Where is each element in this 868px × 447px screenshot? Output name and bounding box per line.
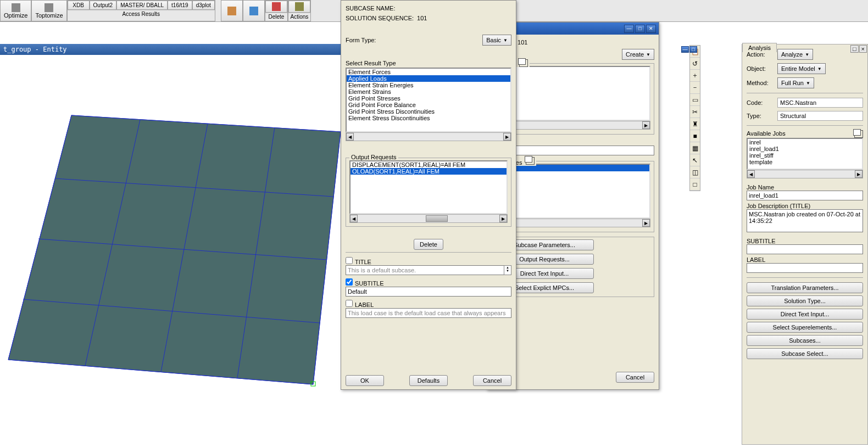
subcases-listbox[interactable] (495, 66, 650, 121)
subcase-select-button[interactable]: Subcase Select... (747, 348, 863, 359)
cancel-button[interactable]: Cancel (473, 375, 511, 386)
form-type-select[interactable]: Basic (482, 35, 511, 46)
fit-icon[interactable]: ▭ (690, 94, 700, 106)
action-select[interactable]: Analyze (777, 49, 813, 60)
box-icon[interactable]: □ (690, 178, 700, 191)
list-item[interactable]: Element Forces (347, 69, 510, 75)
list-item[interactable]: Grid Point Stresses (347, 95, 510, 102)
title-input (346, 265, 511, 275)
cursor-icon[interactable]: ↖ (690, 154, 700, 166)
output-requests-fieldset: Output Requests DISPLACEMENT(SORT1,REAL)… (346, 158, 511, 227)
inner-minimize-icon[interactable]: — (681, 46, 689, 53)
analysis-panel: Analysis Action:Analyze Object:Entire Mo… (742, 44, 868, 445)
select-result-type-label: Select Result Type (346, 60, 511, 66)
label-checkbox-label[interactable]: LABEL (346, 301, 374, 308)
list-item[interactable]: inrel (748, 139, 862, 146)
viewport-title: t_group - Entity (0, 44, 341, 55)
analysis-direct-text-button[interactable]: Direct Text Input... (747, 309, 863, 320)
copy-icon[interactable] (519, 59, 528, 67)
zoom-in-icon[interactable]: ＋ (690, 70, 700, 82)
method-label: Method: (747, 80, 774, 86)
measure-icon[interactable]: ◫ (690, 166, 700, 178)
available-jobs-listbox[interactable]: inrelinrel_load1inrel_stifftemplate (747, 138, 863, 170)
tool-icon-1[interactable] (221, 0, 243, 21)
mesh-display[interactable] (0, 55, 341, 428)
subtitle-checkbox[interactable] (346, 278, 353, 286)
zoom-out-icon[interactable]: － (690, 82, 700, 94)
output-hscroll[interactable]: ◀▶ (349, 214, 508, 223)
subtitle-checkbox-label[interactable]: SUBTITLE (346, 280, 384, 287)
jobs-copy-icon[interactable] (854, 130, 863, 138)
list-item[interactable]: Element Strains (347, 88, 510, 95)
seq-value: 101 (518, 39, 527, 46)
analysis-subtitle-input[interactable] (747, 244, 863, 254)
shade-icon[interactable]: ■ (690, 130, 700, 142)
maximize-icon[interactable]: □ (635, 25, 645, 33)
list-item[interactable]: Grid Point Force Balance (347, 102, 510, 108)
load-cases-listbox[interactable] (495, 164, 650, 219)
ok-button[interactable]: OK (346, 375, 384, 386)
rotate-icon[interactable]: ↺ (690, 58, 700, 70)
job-desc-label: Job Description (TITLE) (747, 203, 863, 209)
panel-close-icon[interactable]: × (859, 45, 867, 53)
copy-icon-2[interactable] (526, 157, 535, 165)
select-superelements-button[interactable]: Select Superelements... (747, 322, 863, 333)
tree-icon[interactable]: ♜ (690, 118, 700, 130)
analysis-label-label: LABEL (747, 256, 863, 263)
delete-output-button[interactable]: Delete (414, 239, 443, 250)
list-item[interactable]: Grid Point Stress Discontinuities (347, 108, 510, 115)
output2-button[interactable]: Output2 (90, 1, 117, 10)
list-item[interactable]: template (748, 159, 862, 165)
tool-icon-2[interactable] (243, 0, 265, 21)
inner-maximize-icon[interactable]: □ (689, 46, 697, 53)
delete-icon-button[interactable] (265, 1, 287, 13)
toptomize-button[interactable]: Toptomize (31, 0, 66, 21)
jobs-hscroll[interactable]: ◀▶ (747, 170, 863, 178)
list-item[interactable]: Element Stress Discontinuities (347, 115, 510, 121)
label-checkbox[interactable] (346, 300, 353, 307)
object-select[interactable]: Entire Model (777, 63, 826, 74)
job-desc-input[interactable]: MSC.Nastran job created on 07-Oct-20 at … (747, 209, 863, 232)
actions-icon-button[interactable] (288, 1, 310, 13)
subcases-hscroll[interactable]: ◀▶ (495, 121, 650, 130)
subcases-cancel-button[interactable]: Cancel (616, 372, 654, 383)
translation-parameters-button[interactable]: Translation Parameters... (747, 282, 863, 293)
master-dball-button[interactable]: MASTER/ DBALL (116, 1, 168, 10)
t16-t19-button[interactable]: t16/t19 (168, 1, 192, 10)
d3plot-button[interactable]: d3plot (192, 1, 215, 10)
output-requests-legend: Output Requests (349, 154, 398, 160)
close-icon[interactable]: ✕ (646, 25, 656, 33)
inner-window-controls: — □ (681, 46, 697, 53)
wire-icon[interactable]: ▦ (690, 142, 700, 154)
list-item[interactable]: inrel_stiff (748, 152, 862, 159)
analysis-subcases-button[interactable]: Subcases... (747, 335, 863, 346)
title-checkbox-label[interactable]: TITLE (346, 259, 371, 265)
create-select[interactable]: Create (622, 49, 654, 60)
list-item[interactable]: DISPLACEMENT(SORT1,REAL)=All FEM (350, 161, 507, 168)
analysis-tab[interactable]: Analysis (742, 43, 777, 52)
list-item[interactable]: Applied Loads (347, 75, 510, 82)
output-requests-listbox[interactable]: DISPLACEMENT(SORT1,REAL)=All FEMOLOAD(SO… (349, 160, 508, 214)
method-select[interactable]: Full Run (777, 77, 814, 88)
solution-type-button[interactable]: Solution Type... (747, 295, 863, 306)
list-item[interactable]: OLOAD(SORT1,REAL)=All FEM (350, 168, 507, 175)
access-results-group: XDB Output2 MASTER/ DBALL t16/t19 d3plot… (67, 0, 215, 21)
defaults-button[interactable]: Defaults (409, 375, 448, 386)
title-checkbox[interactable] (346, 257, 353, 264)
result-hscroll[interactable]: ◀▶ (346, 132, 511, 141)
tools-icon[interactable]: ✂ (690, 106, 700, 118)
optimize-button[interactable]: Optimize (0, 0, 31, 21)
solution-sequence-label: SOLUTION SEQUENCE: (346, 15, 414, 21)
result-type-listbox[interactable]: Element ForcesApplied LoadsElement Strai… (346, 68, 511, 132)
xdb-button[interactable]: XDB (68, 1, 90, 10)
list-item[interactable]: Element Strain Energies (347, 82, 510, 88)
panel-restore-icon[interactable]: □ (850, 45, 859, 53)
list-item[interactable]: inrel_load1 (748, 146, 862, 152)
subtitle-input[interactable] (346, 287, 511, 297)
job-name-input[interactable] (747, 191, 863, 200)
minimize-icon[interactable]: — (624, 25, 634, 33)
form-type-label: Form Type: (346, 37, 376, 43)
loadcases-hscroll[interactable]: ◀▶ (495, 219, 650, 227)
output-requests-dialog: SUBCASE NAME: SOLUTION SEQUENCE:101 Form… (341, 0, 516, 390)
analysis-label-input[interactable] (747, 263, 863, 273)
